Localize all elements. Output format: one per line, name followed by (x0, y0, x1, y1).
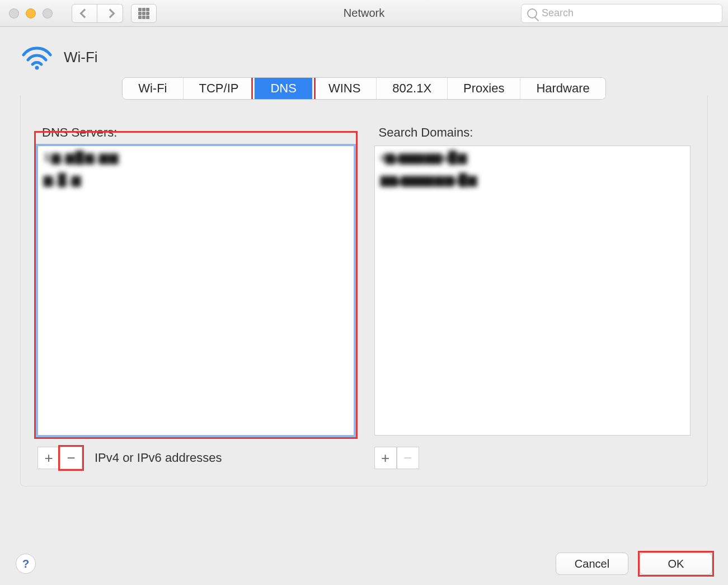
dns-servers-highlight: 1 ▆ . ▆ █ ▆ . ▆ ▆ ▆ . █ . ▆ (37, 146, 354, 436)
tab-proxies[interactable]: Proxies (448, 78, 520, 99)
wifi-icon (20, 44, 54, 71)
bottom-bar: ? Cancel OK (0, 542, 728, 585)
dns-servers-header: DNS Servers: (37, 123, 354, 146)
interface-label: Wi-Fi (64, 49, 98, 66)
back-button[interactable] (72, 4, 97, 23)
search-domain-value: ▆▆y▆▆▆▆.▆.▆u█ ▆ (381, 173, 476, 186)
tab-hardware[interactable]: Hardware (520, 78, 605, 99)
grid-icon (138, 8, 149, 19)
nav-group (72, 4, 123, 23)
dns-server-row[interactable]: ▆ . █ . ▆ (38, 169, 354, 191)
help-button[interactable]: ? (16, 554, 36, 574)
dns-footer-label: IPv4 or IPv6 addresses (95, 451, 222, 465)
search-field-wrap[interactable] (521, 4, 722, 23)
titlebar: Network (0, 0, 728, 27)
tab-8021x[interactable]: 802.1X (377, 78, 448, 99)
tab-wifi[interactable]: Wi-Fi (123, 78, 183, 99)
tab-strip: Wi-Fi TCP/IP DNS WINS 802.1X Proxies Har… (122, 77, 606, 100)
zoom-button[interactable] (43, 8, 53, 18)
search-domains-column: Search Domains: c▆y▆▆▆.▆▆.u█ ▆ ▆▆y▆▆▆▆.▆… (374, 123, 691, 469)
search-domain-row[interactable]: c▆y▆▆▆.▆▆.u█ ▆ (375, 146, 691, 169)
search-input[interactable] (542, 7, 716, 19)
action-buttons: Cancel OK (556, 553, 712, 575)
tab-wins[interactable]: WINS (313, 78, 377, 99)
dns-server-value: ▆ . █ . ▆ (44, 173, 79, 186)
plus-icon: + (381, 451, 389, 465)
interface-header: Wi-Fi (0, 27, 728, 77)
tab-dns[interactable]: DNS (255, 78, 312, 99)
dns-servers-list[interactable]: 1 ▆ . ▆ █ ▆ . ▆ ▆ ▆ . █ . ▆ (37, 146, 354, 436)
minimize-button[interactable] (26, 8, 36, 18)
remove-dns-button[interactable]: − (60, 447, 82, 469)
help-icon: ? (22, 558, 29, 570)
minus-icon: − (403, 451, 412, 465)
search-domains-footer: + − (374, 447, 691, 469)
cancel-button[interactable]: Cancel (556, 553, 628, 575)
add-dns-button[interactable]: + (37, 447, 60, 469)
search-domains-header: Search Domains: (374, 123, 691, 146)
search-domain-row[interactable]: ▆▆y▆▆▆▆.▆.▆u█ ▆ (375, 169, 691, 191)
tab-tcpip[interactable]: TCP/IP (184, 78, 255, 99)
chevron-left-icon (80, 8, 90, 18)
close-button[interactable] (9, 8, 19, 18)
dns-servers-footer: + − IPv4 or IPv6 addresses (37, 447, 354, 469)
show-all-button[interactable] (131, 4, 157, 23)
add-domain-button[interactable]: + (374, 447, 397, 469)
minus-icon: − (67, 451, 75, 465)
search-icon (527, 8, 537, 18)
chevron-right-icon (105, 8, 115, 18)
plus-icon: + (44, 451, 53, 465)
dns-server-value: 1 ▆ . ▆ █ ▆ . ▆ ▆ (44, 151, 117, 164)
svg-point-0 (35, 66, 39, 70)
search-domains-list[interactable]: c▆y▆▆▆.▆▆.u█ ▆ ▆▆y▆▆▆▆.▆.▆u█ ▆ (374, 146, 691, 436)
dns-server-row[interactable]: 1 ▆ . ▆ █ ▆ . ▆ ▆ (38, 146, 354, 169)
forward-button[interactable] (97, 4, 123, 23)
ok-button[interactable]: OK (640, 553, 712, 575)
remove-domain-button[interactable]: − (397, 447, 419, 469)
dns-panel: DNS Servers: 1 ▆ . ▆ █ ▆ . ▆ ▆ ▆ . █ . ▆… (20, 95, 708, 486)
dns-servers-column: DNS Servers: 1 ▆ . ▆ █ ▆ . ▆ ▆ ▆ . █ . ▆… (37, 123, 354, 469)
search-domain-value: c▆y▆▆▆.▆▆.u█ ▆ (381, 151, 466, 164)
window-controls (9, 8, 53, 18)
